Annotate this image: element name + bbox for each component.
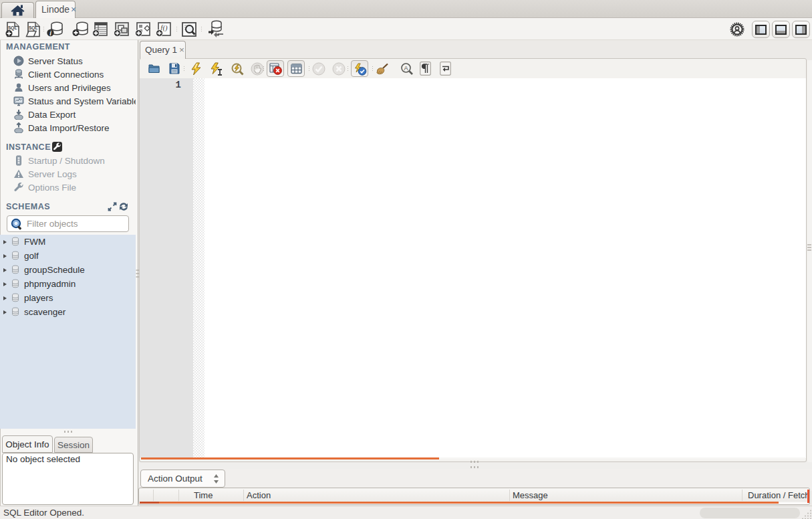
svg-text:i: i [49,29,51,37]
svg-text:SQL: SQL [29,25,37,31]
svg-text:A: A [404,65,408,72]
svg-text:SQL: SQL [8,25,17,31]
